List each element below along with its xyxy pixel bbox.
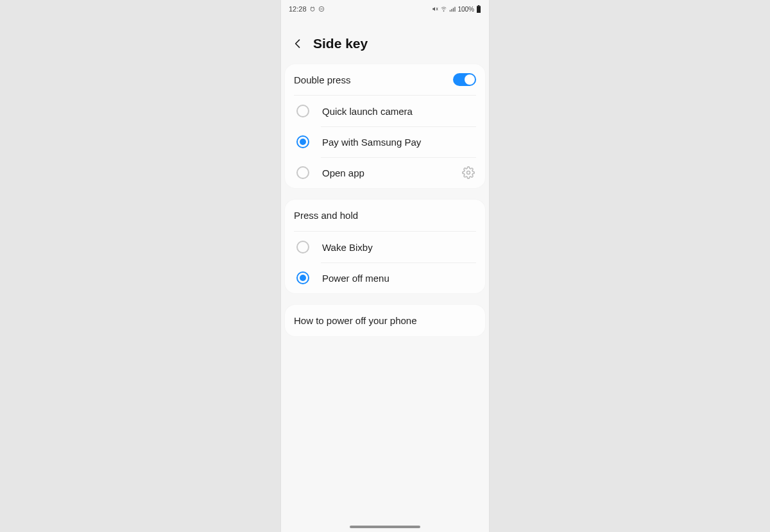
help-row: How to power off your phone (285, 305, 485, 336)
double-press-header: Double press (285, 64, 485, 95)
mute-icon (432, 6, 438, 12)
battery-icon (476, 5, 481, 13)
divider (321, 157, 476, 158)
page-header: Side key (281, 18, 489, 64)
back-button[interactable] (290, 36, 305, 51)
press-hold-label: Press and hold (294, 210, 358, 221)
option-label: Open app (322, 167, 448, 178)
press-hold-header: Press and hold (285, 200, 485, 231)
divider (321, 126, 476, 127)
press-hold-card: Press and hold Wake Bixby Power off menu (285, 200, 485, 293)
double-press-option-samsung-pay[interactable]: Pay with Samsung Pay (285, 126, 485, 157)
svg-point-9 (467, 171, 470, 175)
status-bar: 12:28 100% (281, 0, 489, 18)
help-card[interactable]: How to power off your phone (285, 305, 485, 336)
divider (321, 262, 476, 263)
press-hold-option-power-menu[interactable]: Power off menu (285, 262, 485, 293)
double-press-card: Double press Quick launch camera Pay wit… (285, 64, 485, 188)
radio-icon (296, 105, 309, 117)
help-label: How to power off your phone (294, 315, 417, 326)
alarm-icon (309, 6, 316, 12)
gesture-bar[interactable] (350, 526, 420, 528)
option-label: Quick launch camera (322, 106, 476, 117)
phone-frame: 12:28 100% (281, 0, 489, 532)
svg-rect-6 (455, 7, 456, 12)
signal-icon (449, 6, 456, 12)
svg-rect-5 (453, 8, 454, 12)
double-press-option-camera[interactable]: Quick launch camera (285, 96, 485, 126)
double-press-label: Double press (294, 74, 350, 85)
dnd-icon (318, 6, 325, 12)
svg-rect-7 (478, 5, 479, 6)
battery-percent: 100% (458, 6, 474, 13)
radio-icon (296, 241, 309, 253)
chevron-left-icon (291, 37, 304, 50)
option-label: Pay with Samsung Pay (322, 137, 476, 148)
radio-icon (296, 271, 309, 284)
radio-icon (296, 166, 309, 179)
wifi-icon (440, 6, 447, 12)
open-app-settings-button[interactable] (461, 166, 476, 179)
svg-rect-4 (452, 9, 452, 12)
radio-icon (296, 135, 309, 148)
press-hold-option-bixby[interactable]: Wake Bixby (285, 232, 485, 262)
svg-rect-8 (477, 6, 481, 13)
double-press-toggle[interactable] (453, 73, 476, 86)
page-title: Side key (313, 36, 368, 51)
option-label: Wake Bixby (322, 242, 476, 253)
svg-rect-3 (450, 10, 450, 12)
gear-icon (462, 166, 475, 179)
option-label: Power off menu (322, 273, 476, 284)
double-press-option-open-app[interactable]: Open app (285, 157, 485, 188)
status-time: 12:28 (289, 5, 307, 13)
svg-point-2 (444, 11, 445, 12)
svg-point-0 (311, 8, 314, 12)
